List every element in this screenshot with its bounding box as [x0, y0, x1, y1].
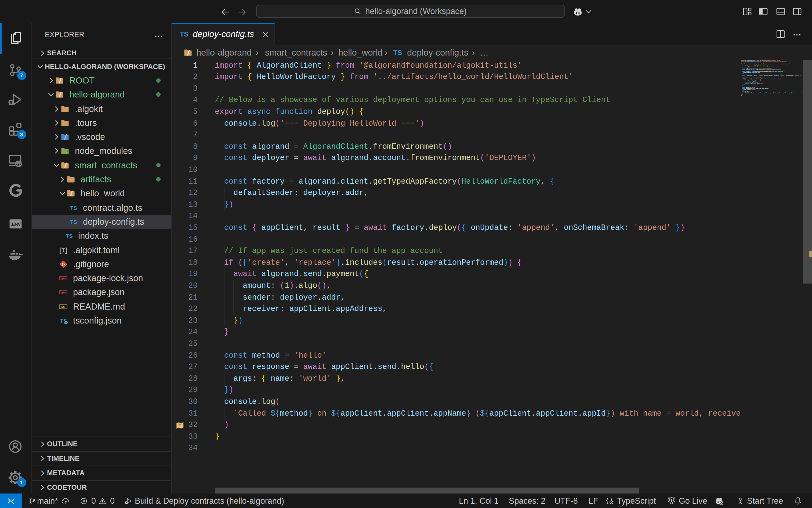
svg-text:npm: npm [60, 291, 66, 294]
svg-text:TS: TS [66, 233, 73, 239]
svg-text:TS: TS [70, 219, 77, 225]
svg-text:M↓: M↓ [61, 305, 65, 308]
svg-text:npm: npm [60, 277, 66, 280]
svg-text:.ENV: .ENV [10, 222, 21, 226]
svg-text:TS: TS [70, 205, 77, 211]
svg-text:JS: JS [66, 151, 68, 153]
svg-text:[T]: [T] [59, 247, 67, 253]
